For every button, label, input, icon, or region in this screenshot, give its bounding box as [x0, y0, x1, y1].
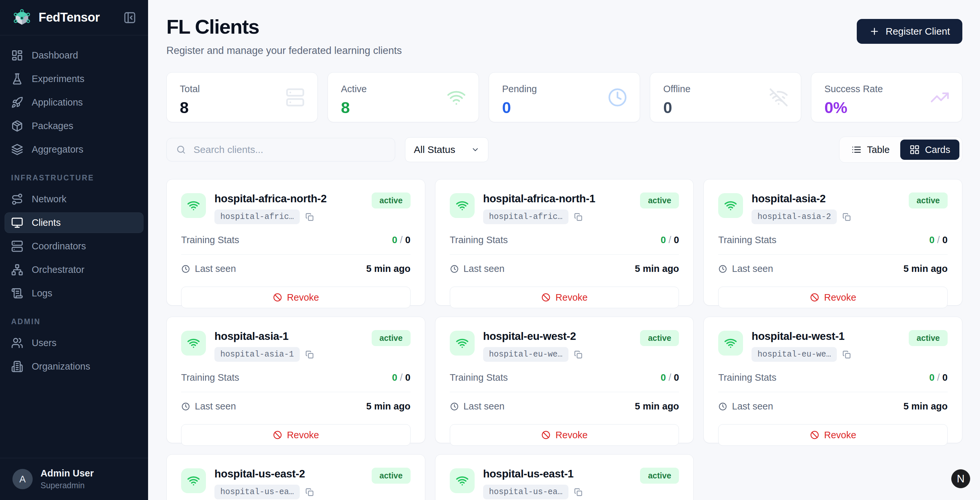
total-count: 0 [405, 372, 410, 383]
status-badge: active [640, 468, 679, 484]
sidebar-item-aggregators[interactable]: Aggregators [5, 139, 143, 160]
section-title-infrastructure: INFRASTRUCTURE [11, 173, 137, 183]
sidebar-nav: DashboardExperimentsApplicationsPackages… [0, 35, 148, 458]
sidebar-item-label: Experiments [32, 73, 84, 84]
ban-icon [810, 430, 819, 440]
copy-client-id-button[interactable] [305, 350, 314, 359]
sidebar-item-experiments[interactable]: Experiments [5, 68, 143, 89]
clock-icon [718, 264, 727, 273]
sidebar-item-coordinators[interactable]: Coordinators [5, 236, 143, 257]
collapse-sidebar-button[interactable] [123, 11, 136, 24]
training-stats-values: 0/0 [929, 372, 948, 383]
users-icon [11, 337, 23, 349]
client-status-tile [450, 468, 475, 493]
nextjs-dev-badge[interactable]: N [951, 469, 970, 488]
sidebar-item-clients[interactable]: Clients [5, 213, 143, 233]
revoke-button[interactable]: Revoke [181, 424, 410, 446]
copy-client-id-button[interactable] [305, 487, 314, 497]
trained-count: 0 [661, 235, 666, 245]
rocket-icon [11, 97, 23, 108]
sidebar-item-orchestrator[interactable]: Orchestrator [5, 259, 143, 280]
user-role: Superadmin [41, 481, 94, 490]
last-seen-label: Last seen [463, 263, 505, 274]
client-name: hospital-asia-1 [215, 330, 314, 343]
revoke-button[interactable]: Revoke [181, 287, 410, 308]
trained-count: 0 [929, 372, 935, 383]
ban-icon [273, 430, 282, 440]
copy-client-id-button[interactable] [574, 350, 583, 359]
total-count: 0 [942, 235, 948, 245]
ban-icon [273, 292, 282, 302]
clock-icon [181, 402, 190, 411]
sidebar-item-applications[interactable]: Applications [5, 92, 143, 113]
search-input[interactable] [194, 144, 386, 155]
copy-client-id-button[interactable] [574, 213, 583, 222]
wifi-icon [724, 337, 737, 350]
sidebar-item-network[interactable]: Network [5, 189, 143, 210]
main-content: FL Clients Register and manage your fede… [148, 0, 980, 500]
last-seen-value: 5 min ago [366, 263, 410, 274]
divider [181, 254, 410, 255]
wifi-icon [447, 87, 466, 107]
sidebar-item-label: Aggregators [32, 144, 83, 155]
revoke-button[interactable]: Revoke [450, 424, 679, 446]
trained-count: 0 [392, 372, 397, 383]
copy-client-id-button[interactable] [842, 350, 851, 359]
scroll-icon [11, 287, 23, 299]
client-name: hospital-africa-north-1 [483, 192, 595, 205]
copy-icon [842, 350, 851, 359]
client-card: hospital-africa-north-1 hospital-afric… … [435, 179, 694, 306]
clock-icon [718, 402, 727, 411]
client-status-tile [181, 468, 206, 493]
sidebar-user[interactable]: A Admin User Superadmin [0, 458, 148, 500]
last-seen-label: Last seen [463, 401, 505, 412]
copy-client-id-button[interactable] [305, 213, 314, 222]
grid-icon [909, 144, 920, 155]
copy-client-id-button[interactable] [842, 213, 851, 222]
sidebar-item-logs[interactable]: Logs [5, 283, 143, 303]
client-status-tile [718, 331, 743, 356]
view-toggle: Table Cards [839, 137, 963, 163]
revoke-button[interactable]: Revoke [718, 424, 948, 446]
sidebar-item-organizations[interactable]: Organizations [5, 356, 143, 377]
client-status-tile [450, 331, 475, 356]
wifi-icon [187, 474, 200, 487]
client-card: hospital-eu-west-1 hospital-eu-we… activ… [703, 317, 963, 443]
copy-icon [305, 213, 314, 222]
copy-client-id-button[interactable] [574, 487, 583, 497]
search-icon [176, 144, 186, 155]
client-id-pill: hospital-us-ea… [483, 485, 568, 499]
revoke-button[interactable]: Revoke [450, 287, 679, 308]
wifi-off-icon [769, 87, 788, 107]
last-seen-value: 5 min ago [635, 263, 679, 274]
client-id-pill: hospital-eu-we… [483, 347, 568, 362]
sidebar-item-packages[interactable]: Packages [5, 116, 143, 136]
total-count: 0 [674, 372, 679, 383]
clock-icon [608, 87, 627, 107]
table-view-button[interactable]: Table [842, 140, 899, 160]
status-badge: active [372, 192, 410, 208]
client-card: hospital-asia-1 hospital-asia-1 active T… [166, 317, 425, 443]
sidebar-item-users[interactable]: Users [5, 333, 143, 353]
total-count: 0 [942, 372, 948, 383]
trained-count: 0 [929, 235, 935, 245]
status-filter-select[interactable]: All Status [405, 137, 488, 162]
sidebar-item-dashboard[interactable]: Dashboard [5, 45, 143, 66]
training-stats-label: Training Stats [450, 235, 508, 245]
wifi-icon [187, 199, 200, 212]
client-card: hospital-us-east-1 hospital-us-ea… activ… [435, 454, 694, 500]
stats-separator: / [937, 235, 940, 245]
page-title: FL Clients [166, 15, 402, 38]
route-icon [11, 193, 23, 205]
register-client-button[interactable]: Register Client [857, 19, 963, 44]
last-seen-value: 5 min ago [904, 263, 948, 274]
section-title-admin: ADMIN [11, 317, 137, 326]
revoke-button[interactable]: Revoke [718, 287, 948, 308]
panel-left-close-icon [123, 11, 136, 24]
monitor-icon [11, 217, 23, 229]
client-id-pill: hospital-asia-1 [215, 347, 300, 362]
ban-icon [541, 292, 551, 302]
dashboard-icon [11, 49, 23, 62]
training-stats-values: 0/0 [392, 235, 410, 245]
cards-view-button[interactable]: Cards [900, 140, 959, 160]
